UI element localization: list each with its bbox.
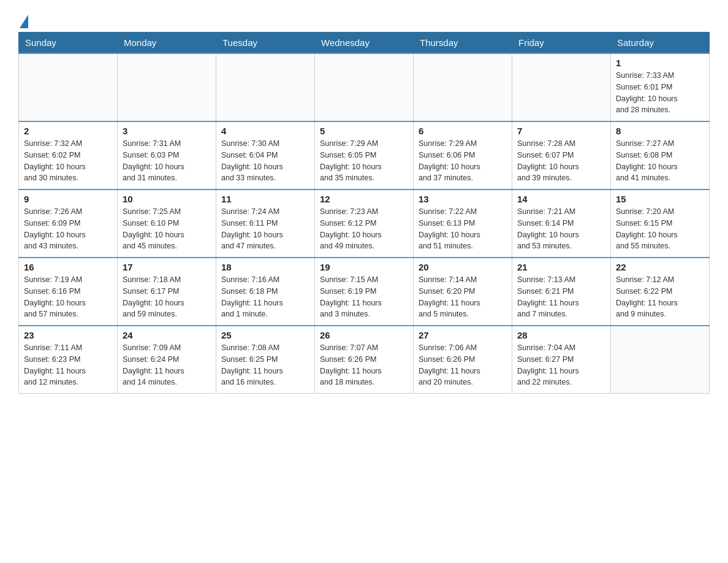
calendar-cell: 22Sunrise: 7:12 AM Sunset: 6:22 PM Dayli… <box>611 258 710 326</box>
weekday-header-thursday: Thursday <box>414 33 512 54</box>
calendar-cell: 4Sunrise: 7:30 AM Sunset: 6:04 PM Daylig… <box>216 121 315 190</box>
day-info: Sunrise: 7:27 AM Sunset: 6:08 PM Dayligh… <box>616 138 704 184</box>
calendar-cell: 27Sunrise: 7:06 AM Sunset: 6:26 PM Dayli… <box>414 326 512 394</box>
day-info: Sunrise: 7:32 AM Sunset: 6:02 PM Dayligh… <box>24 138 112 184</box>
calendar-cell: 26Sunrise: 7:07 AM Sunset: 6:26 PM Dayli… <box>315 326 414 394</box>
calendar-cell: 13Sunrise: 7:22 AM Sunset: 6:13 PM Dayli… <box>414 190 512 258</box>
day-info: Sunrise: 7:11 AM Sunset: 6:23 PM Dayligh… <box>24 342 112 388</box>
calendar-cell: 5Sunrise: 7:29 AM Sunset: 6:05 PM Daylig… <box>315 121 414 190</box>
calendar-cell <box>414 53 512 121</box>
day-number: 20 <box>419 262 507 272</box>
weekday-header-tuesday: Tuesday <box>216 33 315 54</box>
calendar-cell: 1Sunrise: 7:33 AM Sunset: 6:01 PM Daylig… <box>611 53 710 121</box>
calendar-cell: 24Sunrise: 7:09 AM Sunset: 6:24 PM Dayli… <box>118 326 216 394</box>
day-info: Sunrise: 7:20 AM Sunset: 6:15 PM Dayligh… <box>616 206 704 252</box>
calendar-cell: 8Sunrise: 7:27 AM Sunset: 6:08 PM Daylig… <box>611 121 710 190</box>
day-number: 9 <box>24 194 112 204</box>
day-info: Sunrise: 7:21 AM Sunset: 6:14 PM Dayligh… <box>517 206 605 252</box>
day-info: Sunrise: 7:23 AM Sunset: 6:12 PM Dayligh… <box>320 206 408 252</box>
weekday-header-friday: Friday <box>512 33 611 54</box>
day-number: 13 <box>419 194 507 204</box>
day-number: 14 <box>517 194 605 204</box>
day-number: 23 <box>24 330 112 340</box>
calendar-cell <box>315 53 414 121</box>
calendar-cell: 25Sunrise: 7:08 AM Sunset: 6:25 PM Dayli… <box>216 326 315 394</box>
day-number: 28 <box>517 330 605 340</box>
calendar-cell <box>118 53 216 121</box>
day-number: 5 <box>320 126 408 136</box>
day-info: Sunrise: 7:07 AM Sunset: 6:26 PM Dayligh… <box>320 342 408 388</box>
day-number: 6 <box>419 126 507 136</box>
day-info: Sunrise: 7:29 AM Sunset: 6:06 PM Dayligh… <box>419 138 507 184</box>
day-number: 7 <box>517 126 605 136</box>
day-number: 26 <box>320 330 408 340</box>
day-number: 24 <box>123 330 211 340</box>
calendar-cell: 9Sunrise: 7:26 AM Sunset: 6:09 PM Daylig… <box>19 190 118 258</box>
day-number: 19 <box>320 262 408 272</box>
logo <box>18 12 28 26</box>
calendar-cell: 16Sunrise: 7:19 AM Sunset: 6:16 PM Dayli… <box>19 258 118 326</box>
calendar-cell: 2Sunrise: 7:32 AM Sunset: 6:02 PM Daylig… <box>19 121 118 190</box>
week-row-4: 16Sunrise: 7:19 AM Sunset: 6:16 PM Dayli… <box>19 258 710 326</box>
calendar-cell: 3Sunrise: 7:31 AM Sunset: 6:03 PM Daylig… <box>118 121 216 190</box>
week-row-1: 1Sunrise: 7:33 AM Sunset: 6:01 PM Daylig… <box>19 53 710 121</box>
calendar-cell: 12Sunrise: 7:23 AM Sunset: 6:12 PM Dayli… <box>315 190 414 258</box>
calendar-cell: 15Sunrise: 7:20 AM Sunset: 6:15 PM Dayli… <box>611 190 710 258</box>
calendar-cell: 7Sunrise: 7:28 AM Sunset: 6:07 PM Daylig… <box>512 121 611 190</box>
calendar-cell: 20Sunrise: 7:14 AM Sunset: 6:20 PM Dayli… <box>414 258 512 326</box>
day-number: 16 <box>24 262 112 272</box>
day-number: 12 <box>320 194 408 204</box>
weekday-header-sunday: Sunday <box>19 33 118 54</box>
weekday-header-row: SundayMondayTuesdayWednesdayThursdayFrid… <box>19 33 710 54</box>
calendar-cell: 11Sunrise: 7:24 AM Sunset: 6:11 PM Dayli… <box>216 190 315 258</box>
day-info: Sunrise: 7:04 AM Sunset: 6:27 PM Dayligh… <box>517 342 605 388</box>
day-info: Sunrise: 7:08 AM Sunset: 6:25 PM Dayligh… <box>221 342 309 388</box>
day-info: Sunrise: 7:16 AM Sunset: 6:18 PM Dayligh… <box>221 274 309 320</box>
calendar-cell <box>216 53 315 121</box>
day-info: Sunrise: 7:26 AM Sunset: 6:09 PM Dayligh… <box>24 206 112 252</box>
calendar-table: SundayMondayTuesdayWednesdayThursdayFrid… <box>18 32 710 394</box>
day-info: Sunrise: 7:09 AM Sunset: 6:24 PM Dayligh… <box>123 342 211 388</box>
calendar-cell: 18Sunrise: 7:16 AM Sunset: 6:18 PM Dayli… <box>216 258 315 326</box>
day-info: Sunrise: 7:29 AM Sunset: 6:05 PM Dayligh… <box>320 138 408 184</box>
day-info: Sunrise: 7:24 AM Sunset: 6:11 PM Dayligh… <box>221 206 309 252</box>
day-info: Sunrise: 7:31 AM Sunset: 6:03 PM Dayligh… <box>123 138 211 184</box>
calendar-cell <box>611 326 710 394</box>
day-info: Sunrise: 7:19 AM Sunset: 6:16 PM Dayligh… <box>24 274 112 320</box>
logo-triangle-icon <box>20 15 28 28</box>
day-number: 21 <box>517 262 605 272</box>
week-row-3: 9Sunrise: 7:26 AM Sunset: 6:09 PM Daylig… <box>19 190 710 258</box>
day-number: 4 <box>221 126 309 136</box>
calendar-cell <box>512 53 611 121</box>
day-number: 22 <box>616 262 704 272</box>
day-info: Sunrise: 7:22 AM Sunset: 6:13 PM Dayligh… <box>419 206 507 252</box>
day-number: 27 <box>419 330 507 340</box>
day-info: Sunrise: 7:06 AM Sunset: 6:26 PM Dayligh… <box>419 342 507 388</box>
day-info: Sunrise: 7:30 AM Sunset: 6:04 PM Dayligh… <box>221 138 309 184</box>
day-info: Sunrise: 7:28 AM Sunset: 6:07 PM Dayligh… <box>517 138 605 184</box>
day-info: Sunrise: 7:25 AM Sunset: 6:10 PM Dayligh… <box>123 206 211 252</box>
calendar-cell: 19Sunrise: 7:15 AM Sunset: 6:19 PM Dayli… <box>315 258 414 326</box>
day-number: 18 <box>221 262 309 272</box>
calendar-cell: 6Sunrise: 7:29 AM Sunset: 6:06 PM Daylig… <box>414 121 512 190</box>
day-number: 10 <box>123 194 211 204</box>
weekday-header-monday: Monday <box>118 33 216 54</box>
calendar-cell: 28Sunrise: 7:04 AM Sunset: 6:27 PM Dayli… <box>512 326 611 394</box>
page-header <box>18 12 710 26</box>
day-number: 11 <box>221 194 309 204</box>
day-number: 15 <box>616 194 704 204</box>
week-row-5: 23Sunrise: 7:11 AM Sunset: 6:23 PM Dayli… <box>19 326 710 394</box>
day-info: Sunrise: 7:13 AM Sunset: 6:21 PM Dayligh… <box>517 274 605 320</box>
calendar-cell <box>19 53 118 121</box>
day-number: 25 <box>221 330 309 340</box>
day-info: Sunrise: 7:12 AM Sunset: 6:22 PM Dayligh… <box>616 274 704 320</box>
calendar-cell: 21Sunrise: 7:13 AM Sunset: 6:21 PM Dayli… <box>512 258 611 326</box>
weekday-header-wednesday: Wednesday <box>315 33 414 54</box>
day-info: Sunrise: 7:14 AM Sunset: 6:20 PM Dayligh… <box>419 274 507 320</box>
week-row-2: 2Sunrise: 7:32 AM Sunset: 6:02 PM Daylig… <box>19 121 710 190</box>
calendar-cell: 23Sunrise: 7:11 AM Sunset: 6:23 PM Dayli… <box>19 326 118 394</box>
day-number: 1 <box>616 58 704 68</box>
day-info: Sunrise: 7:33 AM Sunset: 6:01 PM Dayligh… <box>616 70 704 116</box>
weekday-header-saturday: Saturday <box>611 33 710 54</box>
day-number: 2 <box>24 126 112 136</box>
